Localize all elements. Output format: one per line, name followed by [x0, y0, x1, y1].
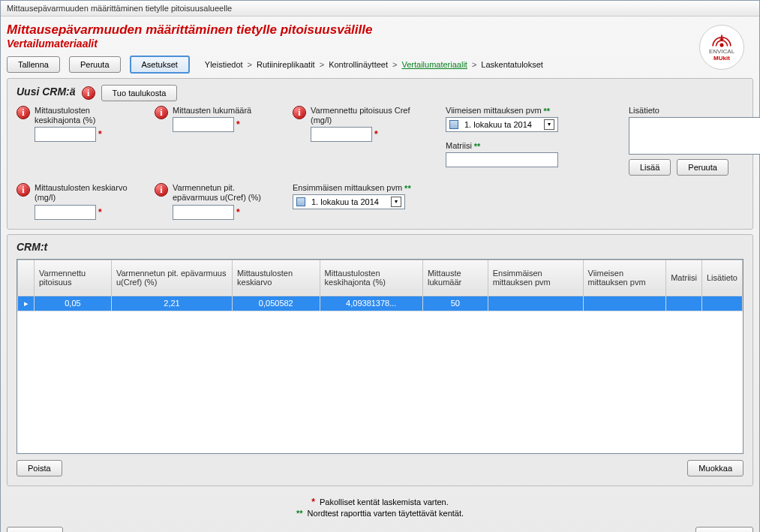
col-header[interactable]: Matriisi	[666, 260, 702, 296]
breadcrumb: Yleistiedot > Rutiinireplikaatit > Kontr…	[205, 60, 543, 69]
header: Mittausepävarmuuden määrittäminen tietyl…	[7, 23, 753, 50]
breadcrumb-kontrollinaytteet[interactable]: Kontrollinäytteet	[329, 60, 388, 69]
save-button[interactable]: Tallenna	[7, 56, 60, 73]
crm-table-wrap: Varmennettu pitoisuus Varmennetun pit. e…	[17, 259, 743, 454]
footnotes: * Pakolliset kentät laskemista varten. *…	[7, 495, 753, 519]
field-ucref: i Varmennetun pit. epävarmuus u(Cref) (%…	[155, 183, 275, 219]
page-title: Mittausepävarmuuden määrittäminen tietyl…	[7, 23, 753, 38]
field-keskiarvo: i Mittaustulosten keskiarvo (mg/l) *	[17, 183, 137, 219]
viimeisen-pvm-input[interactable]: 1. lokakuu ta 2014 ▾	[446, 117, 558, 132]
previous-button[interactable]: Edellinen	[7, 527, 63, 532]
import-table-button[interactable]: Tuo taulukosta	[101, 85, 178, 101]
next-button[interactable]: Seuraava	[695, 527, 753, 532]
col-header[interactable]: Varmennetun pit. epävarmuus u(Cref) (%)	[111, 260, 232, 296]
breadcrumb-rutiinireplikaatit[interactable]: Rutiinireplikaatit	[257, 60, 315, 69]
calendar-icon	[296, 197, 305, 206]
nordtest-marker: **	[404, 184, 411, 193]
window-title: Mittausepävarmuuden määrittäminen tietyl…	[7, 4, 232, 13]
matriisi-input[interactable]	[446, 152, 558, 167]
page-subtitle: Vertailumateriaalit	[7, 38, 753, 50]
window-titlebar: Mittausepävarmuuden määrittäminen tietyl…	[1, 1, 759, 17]
settings-button[interactable]: Asetukset	[130, 56, 190, 74]
content-area: Mittausepävarmuuden määrittäminen tietyl…	[1, 17, 759, 532]
required-marker: *	[98, 129, 102, 140]
keskiarvo-input[interactable]	[35, 205, 96, 220]
keskihajonta-input[interactable]	[35, 127, 96, 142]
cref-input[interactable]	[311, 127, 372, 142]
info-icon[interactable]: i	[17, 106, 30, 119]
field-keskihajonta: i Mittaustulosten keskihajonta (%) *	[17, 106, 137, 142]
col-header[interactable]: Mittaustulosten keskihajonta (%)	[320, 260, 422, 296]
ensimmaisen-pvm-input[interactable]: 1. lokakuu ta 2014 ▾	[293, 194, 405, 209]
toolbar: Tallenna Peruuta Asetukset Yleistiedot >…	[7, 56, 753, 74]
info-icon[interactable]: i	[17, 183, 30, 197]
required-marker: *	[98, 207, 102, 218]
cancel-button[interactable]: Peruuta	[69, 56, 121, 73]
info-icon[interactable]: i	[293, 106, 306, 119]
crm-table-title: CRM:t	[17, 241, 743, 253]
col-header[interactable]: Lisätieto	[701, 260, 742, 296]
form-cancel-button[interactable]: Peruuta	[677, 159, 728, 176]
ucref-input[interactable]	[173, 205, 234, 220]
uusi-crm-title: Uusi CRM:ä	[17, 86, 76, 98]
col-header[interactable]: Mittaustulosten keskiarvo	[233, 260, 320, 296]
nordtest-marker: **	[474, 142, 481, 151]
uusi-crm-group: Uusi CRM:ä i Tuo taulukosta i Mittaustul…	[7, 78, 753, 230]
footer: Edellinen Seuraava	[7, 527, 753, 532]
field-viimeisen-pvm: Viimeisen mittauksen pvm ** 1. lokakuu t…	[446, 106, 611, 167]
info-icon[interactable]: i	[155, 183, 168, 197]
edit-button[interactable]: Muokkaa	[687, 460, 743, 476]
row-selector-icon[interactable]: ▸	[18, 296, 35, 311]
col-header[interactable]: Varmennettu pitoisuus	[35, 260, 112, 296]
col-header[interactable]: Ensimmäisen mittauksen pvm	[488, 260, 583, 296]
col-header[interactable]: Mittauste lukumäär	[422, 260, 488, 296]
lukumaara-input[interactable]	[173, 117, 234, 132]
chevron-down-icon[interactable]: ▾	[391, 197, 401, 207]
breadcrumb-yleistiedot[interactable]: Yleistiedot	[205, 60, 243, 69]
breadcrumb-laskentatulokset[interactable]: Laskentatulokset	[481, 60, 543, 69]
table-row[interactable]: ▸ 0,05 2,21 0,050582 4,09381378... 50	[18, 296, 743, 311]
field-cref: i Varmennettu pitoisuus Cref (mg/l) *	[293, 106, 428, 142]
breadcrumb-vertailumateriaalit[interactable]: Vertailumateriaalit	[401, 60, 467, 69]
app-window: Mittausepävarmuuden määrittäminen tietyl…	[0, 0, 760, 532]
info-icon[interactable]: i	[82, 86, 95, 100]
info-icon[interactable]: i	[155, 106, 168, 119]
required-marker: *	[236, 119, 240, 130]
chevron-down-icon[interactable]: ▾	[544, 119, 554, 130]
required-marker: *	[374, 129, 378, 140]
logo: ENVICALMUkit	[699, 25, 744, 70]
field-lukumaara: i Mittausten lukumäärä *	[155, 106, 275, 132]
calendar-icon	[449, 120, 458, 129]
add-button[interactable]: Lisää	[629, 159, 671, 176]
nordtest-marker: **	[544, 107, 551, 116]
col-header[interactable]: Viimeisen mittauksen pvm	[583, 260, 666, 296]
crm-table: Varmennettu pitoisuus Varmennetun pit. e…	[17, 260, 743, 311]
field-lisatieto: Lisätieto Lisää Peruuta	[629, 106, 760, 176]
required-marker: *	[236, 207, 240, 218]
form-grid: i Mittaustulosten keskihajonta (%) * i M…	[17, 106, 743, 220]
lisatieto-input[interactable]	[629, 117, 760, 155]
delete-button[interactable]: Poista	[17, 460, 62, 476]
svg-point-0	[719, 44, 723, 47]
crm-table-group: CRM:t Varmennettu pitoisuus Varmennetun …	[7, 234, 753, 486]
field-ensimmaisen-pvm: Ensimmäisen mittauksen pvm ** 1. lokakuu…	[293, 183, 428, 209]
